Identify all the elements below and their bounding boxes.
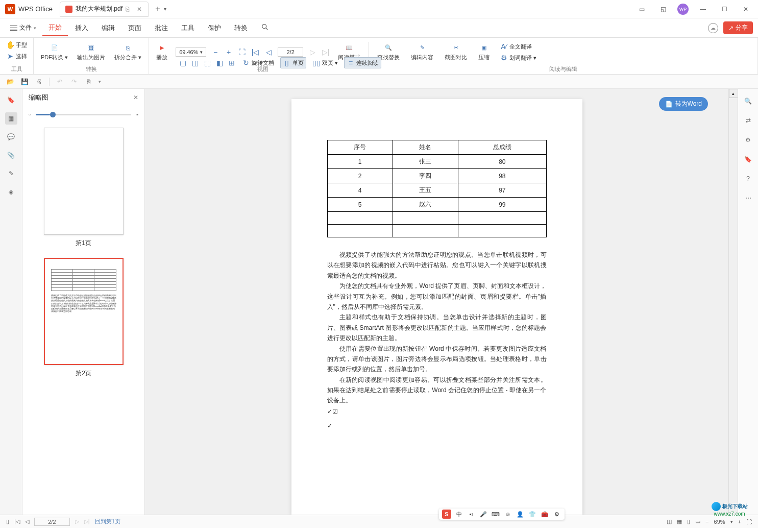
sb-zoom-in-icon[interactable]: + — [738, 519, 741, 525]
cube-icon[interactable]: ◱ — [656, 2, 670, 16]
ime-person-icon[interactable]: 👤 — [516, 510, 525, 519]
page-input[interactable]: 2/2 — [278, 47, 303, 57]
new-tab-button[interactable]: ＋ ▾ — [154, 4, 166, 14]
next-page-icon[interactable]: ▷ — [308, 48, 316, 56]
menu-insert[interactable]: 插入 — [69, 20, 94, 36]
hand-tool[interactable]: ✋手型 — [4, 40, 29, 50]
ime-lang[interactable]: 中 — [454, 510, 463, 519]
menu-search-icon[interactable] — [255, 20, 275, 36]
right-settings-icon[interactable]: ⚙ — [743, 135, 753, 145]
edit-content-button[interactable]: ✎编辑内容 — [408, 42, 436, 62]
right-translate-icon[interactable]: ⇄ — [743, 115, 753, 126]
select-tool[interactable]: ➤选择 — [4, 51, 29, 61]
view-icon-3[interactable]: ⬚ — [203, 59, 211, 67]
ime-toolbox-icon[interactable]: 🧰 — [540, 510, 549, 519]
right-bookmark-icon[interactable]: 🔖 — [743, 154, 753, 164]
thumb-small-icon[interactable]: ▫ — [29, 111, 31, 118]
word-translate-button[interactable]: ⚙划词翻译 ▾ — [498, 53, 539, 63]
minimize-button[interactable]: — — [696, 2, 710, 16]
first-page-icon[interactable]: |◁ — [251, 48, 259, 56]
save-icon[interactable]: 💾 — [20, 78, 29, 86]
ime-keyboard-icon[interactable]: ⌨ — [491, 510, 500, 519]
single-page-button[interactable]: ▯单页 — [280, 57, 306, 68]
undo-icon[interactable]: ↶ — [56, 78, 64, 86]
view-icon-5[interactable]: ⊞ — [228, 59, 236, 67]
sb-layout-3-icon[interactable]: ▯ — [687, 518, 690, 525]
sb-layout-2-icon[interactable]: ▦ — [677, 518, 682, 525]
sb-back-page1[interactable]: 回到第1页 — [95, 518, 120, 525]
thumbnail-page-2[interactable]: 视频提供了功能强大的方法帮助您证明您的观点当您单击联机视频时可以在想要添加的视频… — [22, 258, 144, 378]
cloud-icon[interactable]: ☁ — [708, 23, 718, 33]
document-area[interactable]: 📄 转为Word 序号 姓名 总成绩 1张三80 2李四98 4王五97 5赵六… — [145, 89, 728, 515]
sb-layout-1-icon[interactable]: ◫ — [667, 518, 672, 525]
menu-protect[interactable]: 保护 — [202, 20, 227, 36]
play-button[interactable]: ▶播放 — [153, 42, 170, 62]
print-icon[interactable]: 🖨 — [35, 78, 43, 86]
thumb-large-icon[interactable]: ▪ — [136, 111, 138, 118]
ime-skin-icon[interactable]: 👕 — [528, 510, 537, 519]
layers-nav-icon[interactable]: ◈ — [5, 186, 17, 198]
sb-page-input[interactable]: 2/2 — [34, 518, 70, 526]
sb-next-icon[interactable]: ▷ — [75, 518, 79, 525]
last-page-icon[interactable]: ▷| — [322, 48, 330, 56]
continuous-button[interactable]: ≡连续阅读 — [344, 57, 381, 68]
sb-layout-4-icon[interactable]: ▭ — [695, 518, 700, 525]
sb-view-icon[interactable]: ▯ — [6, 518, 9, 525]
menu-tools[interactable]: 工具 — [175, 20, 201, 36]
open-icon[interactable]: 📂 — [6, 78, 14, 86]
sb-prev-icon[interactable]: ◁ — [25, 518, 29, 525]
zoom-in-icon[interactable]: + — [225, 48, 233, 56]
window-icon[interactable]: ▭ — [634, 2, 649, 16]
attachment-nav-icon[interactable]: 📎 — [5, 149, 17, 161]
thumbnail-nav-icon[interactable]: ▦ — [5, 112, 17, 125]
thumbnail-size-slider[interactable] — [36, 114, 131, 115]
split-merge-button[interactable]: ⎘拆分合并 ▾ — [111, 42, 144, 62]
close-button[interactable]: ✕ — [739, 2, 753, 16]
document-tab[interactable]: 我的大学规划.pdf ⎘ ✕ — [60, 2, 149, 17]
ime-emoji-icon[interactable]: ☺ — [503, 510, 512, 519]
rotate-button[interactable]: ↻旋转文档 — [240, 58, 276, 68]
bookmark-nav-icon[interactable]: 🔖 — [5, 94, 17, 106]
comment-nav-icon[interactable]: 💬 — [5, 131, 17, 143]
prev-page-icon[interactable]: ◁ — [264, 48, 273, 56]
ime-mic-icon[interactable]: 🎤 — [479, 510, 488, 519]
ime-bar[interactable]: S 中 •ı 🎤 ⌨ ☺ 👤 👕 🧰 ⚙ — [439, 509, 565, 520]
tab-close-icon[interactable]: ✕ — [136, 6, 143, 13]
signature-nav-icon[interactable]: ✎ — [5, 167, 17, 180]
menu-convert[interactable]: 转换 — [228, 20, 254, 36]
ime-punct[interactable]: •ı — [467, 510, 476, 519]
ime-logo-icon[interactable]: S — [442, 510, 451, 519]
sb-last-icon[interactable]: ▷| — [84, 518, 90, 525]
sb-zoom-value[interactable]: 69% — [714, 519, 725, 525]
scroll-up-button[interactable]: ▴ — [729, 89, 738, 98]
fit-width-icon[interactable]: ⛶ — [238, 48, 246, 56]
right-help-icon[interactable]: ? — [743, 174, 753, 184]
view-icon-2[interactable]: ◫ — [191, 59, 199, 67]
export-image-button[interactable]: 🖼输出为图片 — [74, 42, 108, 62]
close-panel-icon[interactable]: ✕ — [133, 94, 138, 101]
full-translate-button[interactable]: A⁄全文翻译 — [498, 41, 539, 52]
menu-start[interactable]: 开始 — [42, 20, 68, 36]
zoom-input[interactable]: 69.46%▾ — [176, 47, 206, 57]
qa-icon[interactable]: ⎘ — [84, 78, 92, 86]
right-search-icon[interactable]: 🔍 — [743, 96, 753, 106]
redo-icon[interactable]: ↷ — [70, 78, 78, 86]
ime-settings-icon[interactable]: ⚙ — [552, 510, 561, 519]
menu-edit[interactable]: 编辑 — [95, 20, 121, 36]
user-avatar[interactable]: WP — [677, 4, 689, 15]
menu-page[interactable]: 页面 — [122, 20, 148, 36]
view-icon-1[interactable]: ▢ — [179, 59, 187, 67]
file-menu[interactable]: 文件 ▾ — [5, 21, 41, 34]
maximize-button[interactable]: ☐ — [717, 2, 731, 16]
screenshot-compare-button[interactable]: ✂截图对比 — [442, 42, 470, 62]
menu-annotate[interactable]: 批注 — [149, 20, 174, 36]
zoom-out-icon[interactable]: − — [211, 48, 219, 56]
tab-link-icon[interactable]: ⎘ — [126, 6, 133, 13]
sb-first-icon[interactable]: |◁ — [14, 518, 20, 525]
share-button[interactable]: ↗ 分享 — [723, 21, 753, 34]
compress-button[interactable]: ▣压缩 — [475, 42, 493, 62]
thumbnail-page-1[interactable]: 第1页 — [22, 128, 144, 248]
convert-to-word-button[interactable]: 📄 转为Word — [659, 97, 708, 111]
right-more-icon[interactable]: ⋯ — [743, 193, 753, 203]
sb-zoom-out-icon[interactable]: − — [705, 519, 708, 525]
